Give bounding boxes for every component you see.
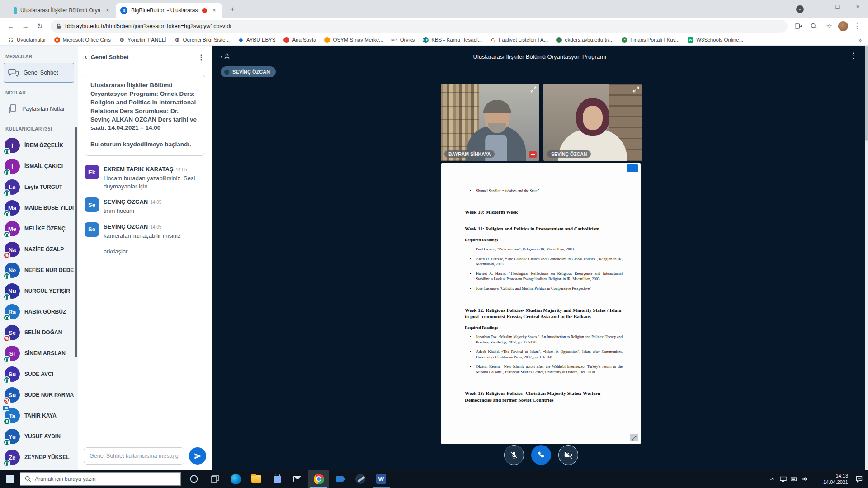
message-avatar: Se: [85, 222, 99, 237]
browser-menu-icon[interactable]: ⋮: [851, 20, 863, 33]
bookmark-item[interactable]: Uygulamalar: [5, 36, 50, 44]
tray-battery-icon[interactable]: [788, 470, 799, 488]
webcam-video[interactable]: BAYRAM SİNKAYA: [441, 84, 539, 161]
chat-message-input[interactable]: [84, 447, 184, 465]
bookmark-item[interactable]: ◆ AYBÜ EBYS: [234, 36, 279, 44]
browser-tab[interactable]: b BigBlueButton - Uluslararası ×: [116, 3, 222, 18]
user-status-icon: [3, 272, 10, 280]
user-list-item[interactable]: Ma MAİDE BUSE YILDIRIM: [4, 197, 74, 218]
taskbar-search-input[interactable]: [35, 476, 176, 482]
tray-volume-icon[interactable]: [799, 470, 810, 488]
taskbar-app-edge[interactable]: [225, 470, 246, 488]
screen: Uluslararası İlişkiler Bölümü Orya × b B…: [0, 0, 868, 488]
user-list-item[interactable]: Nu NURGÜL YETİŞİR: [4, 281, 74, 301]
user-list-item[interactable]: Se SELİN DOĞAN: [4, 322, 74, 343]
profile-avatar[interactable]: [838, 21, 848, 31]
presentation-whiteboard[interactable]: Shmuel Sandler, “Judaism and the State” …: [441, 163, 641, 444]
bookmark-item[interactable]: O Microsoft Office Giriş: [51, 36, 115, 44]
bookmark-item[interactable]: IOTA Orviks: [388, 36, 419, 44]
share-webcam-button[interactable]: [558, 445, 578, 465]
document-line: Shmuel Sandler, “Judaism and the State”: [465, 188, 623, 193]
restore-presentation-icon[interactable]: [630, 434, 638, 441]
user-list-item[interactable]: Ne NEFİSE NUR DEDEO...: [4, 260, 74, 281]
user-list-item[interactable]: İ İREM ÖZÇELİK: [4, 135, 74, 156]
user-list-item[interactable]: Ta TAHİR KAYA: [4, 405, 74, 426]
bookmarks-overflow-icon[interactable]: »: [859, 37, 862, 43]
taskbar-app-feather[interactable]: [350, 470, 371, 488]
user-list-item[interactable]: Su SUDE AVCI: [4, 364, 74, 385]
talking-indicator[interactable]: SEVİNÇ ÖZCAN: [221, 66, 276, 77]
window-close-button[interactable]: ×: [848, 0, 868, 14]
sidebar-item-public-chat[interactable]: Genel Sohbet: [4, 63, 74, 83]
send-message-button[interactable]: [189, 447, 206, 465]
reload-icon[interactable]: ↻: [33, 20, 46, 33]
back-icon[interactable]: ←: [5, 20, 17, 33]
forward-icon[interactable]: →: [19, 20, 32, 33]
user-list-item[interactable]: Yu YUSUF AYDIN: [4, 426, 74, 447]
user-initials: Yu: [9, 433, 16, 440]
camera-indicator-icon[interactable]: [792, 20, 805, 33]
start-button[interactable]: [0, 470, 20, 488]
window-maximize-button[interactable]: □: [827, 0, 848, 14]
message-avatar: Ek: [85, 165, 99, 179]
tab-close-icon[interactable]: ×: [211, 7, 218, 14]
options-menu-icon[interactable]: ⋮: [849, 51, 857, 61]
tray-monitor-icon[interactable]: [778, 470, 788, 488]
zoom-icon[interactable]: [807, 20, 820, 33]
user-list-item[interactable]: Ze ZEYNEP YÜKSEL: [4, 447, 74, 468]
user-avatar: Ne: [5, 263, 20, 278]
user-list-item[interactable]: İ İSMAİL ÇAKICI: [4, 156, 74, 177]
tray-chevron-icon[interactable]: [767, 470, 778, 488]
taskbar-clock[interactable]: 14:13 14.04.2021: [810, 473, 850, 486]
new-tab-button[interactable]: +: [226, 4, 239, 16]
user-list-item[interactable]: Me MELİKE ÖZENÇ: [4, 218, 74, 239]
user-list-item[interactable]: Si SİNEM ARSLAN: [4, 343, 74, 364]
bookmark-item[interactable]: W W3Schools Online...: [684, 36, 747, 44]
bookmark-item[interactable]: ekders.aybu.edu.tr/...: [552, 36, 617, 44]
leave-audio-button[interactable]: [531, 445, 551, 465]
taskbar-app-chrome[interactable]: [308, 470, 329, 488]
user-list-item[interactable]: Na NAZİFE ÖZALP: [4, 239, 74, 260]
user-list-item[interactable]: Ra RABİA GÜRBÜZ: [4, 301, 74, 322]
taskbar-app-camera[interactable]: [329, 470, 350, 488]
fullscreen-icon[interactable]: [633, 86, 639, 94]
sidebar-item-shared-notes[interactable]: Paylaşılan Notlar: [4, 99, 74, 119]
action-center-icon[interactable]: [850, 470, 868, 488]
tab-search-icon[interactable]: ⌄: [796, 5, 804, 13]
bookmark-item[interactable]: ⊕ Yönetim PANELİ: [115, 36, 170, 44]
browser-tab[interactable]: Uluslararası İlişkiler Bölümü Orya ×: [9, 3, 116, 18]
taskbar-app-file-explorer[interactable]: [246, 470, 267, 488]
taskbar-app-word[interactable]: W: [371, 470, 392, 488]
chat-title: Genel Sohbet: [91, 54, 129, 61]
chat-menu-icon[interactable]: ⋮: [198, 53, 205, 61]
bookmark-item[interactable]: KBS KBS - Kamu Hesapl...: [419, 36, 486, 44]
user-avatar: Su: [5, 366, 20, 382]
page-scrollbar[interactable]: [865, 46, 868, 470]
message-list: Ek EKREM TARIK KARATAŞ14:05 Hocam burada…: [85, 165, 205, 255]
chat-back-icon[interactable]: ‹: [85, 52, 87, 61]
bookmark-item[interactable]: * Finans Portalı | Kuv...: [618, 36, 683, 44]
bookmark-item[interactable]: ⊕ Öğrenci Bilgi Siste...: [171, 36, 234, 44]
webcam-video[interactable]: SEVİNÇ ÖZCAN: [543, 84, 642, 161]
user-list-item[interactable]: Le Leyla TURGUT: [4, 177, 74, 197]
taskbar-search[interactable]: [20, 472, 181, 486]
tab-close-icon[interactable]: ×: [104, 7, 111, 14]
bookmark-item[interactable]: Faaliyet Listeleri | A...: [486, 36, 552, 44]
bookmark-item[interactable]: ÖSYM Sınav Merke...: [321, 36, 387, 44]
fullscreen-icon[interactable]: [530, 86, 537, 94]
user-list-item[interactable]: Su SUDE NUR PARMAK: [4, 385, 74, 405]
address-bar[interactable]: bbb.aybu.edu.tr/html5client/join?session…: [51, 20, 788, 33]
taskbar-app-mail[interactable]: [288, 470, 308, 488]
taskbar-app-store[interactable]: [267, 470, 288, 488]
mute-microphone-button[interactable]: [504, 445, 524, 465]
users-scrollbar[interactable]: [75, 127, 77, 357]
bookmark-star-icon[interactable]: ☆: [823, 20, 835, 33]
chrome-icon: [314, 474, 324, 484]
bookmark-favicon: *: [622, 37, 627, 43]
bookmark-item[interactable]: Ana Sayfa: [280, 36, 320, 44]
recording-indicator-icon: [202, 8, 207, 13]
window-minimize-button[interactable]: –: [807, 0, 827, 14]
task-view-button[interactable]: [204, 470, 225, 488]
minimize-presentation-button[interactable]: –: [627, 164, 638, 172]
cortana-button[interactable]: [184, 470, 204, 488]
